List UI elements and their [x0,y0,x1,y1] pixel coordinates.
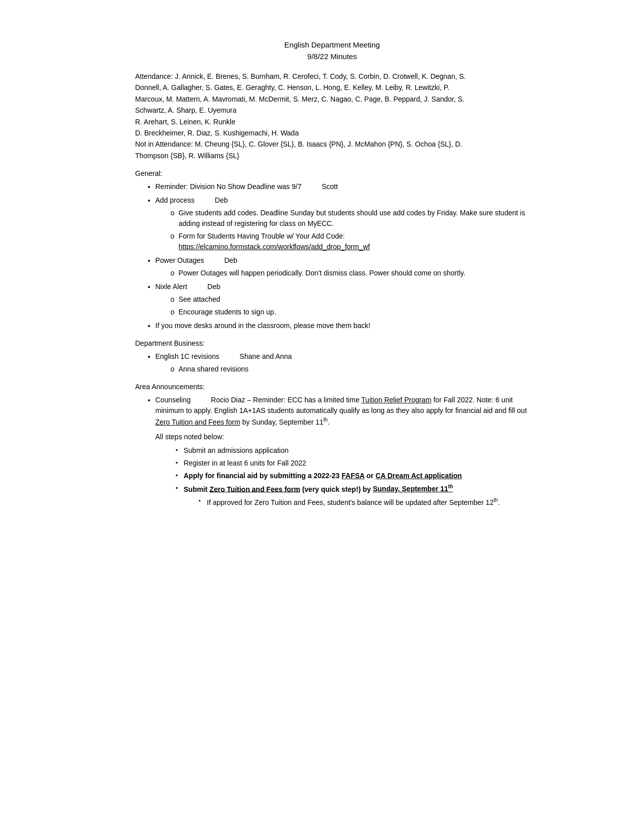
general-header: General: [135,169,529,177]
attendance-line3: Marcoux, M. Mattern, A. Mavromati, M. Mc… [135,95,465,103]
sub-steps-list: If approved for Zero Tuition and Fees, s… [184,496,529,508]
item-text: Reminder: Division No Show Deadline was … [156,182,338,191]
sub-list-item: Give students add codes. Deadline Sunday… [171,208,529,229]
attendance-block: Attendance: J. Annick, E. Brenes, S. Bur… [135,71,529,161]
dream-act-link[interactable]: CA Dream Act application [375,472,462,480]
subtitle: 9/8/22 Minutes [135,52,529,61]
list-item: Nixle AlertDeb See attached Encourage st… [156,282,529,317]
sub-list: Give students add codes. Deadline Sunday… [156,208,529,252]
list-item: Reminder: Division No Show Deadline was … [156,181,529,192]
sub-list: Anna shared revisions [156,364,529,375]
attendance-line5: R. Arehart, S. Leinen, K. Runkle [135,118,235,126]
area-header: Area Announcements: [135,383,529,391]
zero-tuition-form-link[interactable]: Zero Tuition and Fees form [210,485,300,493]
title-block: English Department Meeting 9/8/22 Minute… [135,40,529,61]
area-list: CounselingRocio Diaz – Reminder: ECC has… [135,395,529,508]
sub-step-item: If approved for Zero Tuition and Fees, s… [199,496,529,508]
item-text: Power OutagesDeb [156,256,237,264]
sub-list-item: See attached [171,294,529,305]
steps-list: Submit an admissions application Registe… [156,445,529,508]
zero-tuition-link[interactable]: Zero Tuition and Fees form [156,418,240,426]
list-item: Power OutagesDeb Power Outages will happ… [156,255,529,279]
counseling-label: CounselingRocio Diaz – Reminder: ECC has… [156,396,527,426]
add-drop-link[interactable]: https://elcamino.formstack.com/workflows… [179,243,370,251]
list-item: English 1C revisionsShane and Anna Anna … [156,351,529,375]
all-steps-label: All steps noted below: [156,433,224,441]
list-item: CounselingRocio Diaz – Reminder: ECC has… [156,395,529,508]
sub-list-item: Power Outages will happen periodically. … [171,268,529,279]
all-steps-block: All steps noted below: Submit an admissi… [156,432,529,508]
list-item: If you move desks around in the classroo… [156,320,529,331]
attendance-line1: J. Annick, E. Brenes, S. Burnham, R. Cer… [175,72,466,80]
main-title: English Department Meeting [135,40,529,49]
step-item: Apply for financial aid by submitting a … [176,471,529,481]
attendance-line4: Schwartz, A. Sharp, E. Uyemura [135,106,237,114]
sub-list: See attached Encourage students to sign … [156,294,529,317]
dept-list: English 1C revisionsShane and Anna Anna … [135,351,529,375]
page-container: English Department Meeting 9/8/22 Minute… [95,0,550,553]
not-in-attendance2: Thompson {SB}, R. Williams {SL} [135,152,239,160]
sub-list-item: Encourage students to sign up. [171,307,529,317]
item-text: English 1C revisionsShane and Anna [156,352,292,360]
sub-list-item: Form for Students Having Trouble w/ Your… [171,231,529,252]
fafsa-link[interactable]: FAFSA [341,472,364,480]
attendance-line2: Donnell, A. Gallagher, S. Gates, E. Gera… [135,83,450,91]
item-text: Add processDeb [156,196,228,204]
step-item: Register in at least 6 units for Fall 20… [176,458,529,469]
attendance-label: Attendance: [135,72,173,80]
step-item: Submit an admissions application [176,445,529,456]
general-list: Reminder: Division No Show Deadline was … [135,181,529,331]
dept-header: Department Business: [135,339,529,347]
item-text: Nixle AlertDeb [156,283,221,291]
item-text: If you move desks around in the classroo… [156,321,371,330]
step-item: Submit Zero Tuition and Fees form (very … [176,483,529,508]
sub-list: Power Outages will happen periodically. … [156,268,529,279]
attendance-line6: D. Breckheimer, R. Diaz, S. Kushigemachi… [135,129,299,137]
tuition-relief-link[interactable]: Tuition Relief Program [361,396,431,404]
not-in-attendance: Not in Attendance: M. Cheung {SL}, C. Gl… [135,140,462,148]
list-item: Add processDeb Give students add codes. … [156,195,529,252]
sub-list-item: Anna shared revisions [171,364,529,375]
